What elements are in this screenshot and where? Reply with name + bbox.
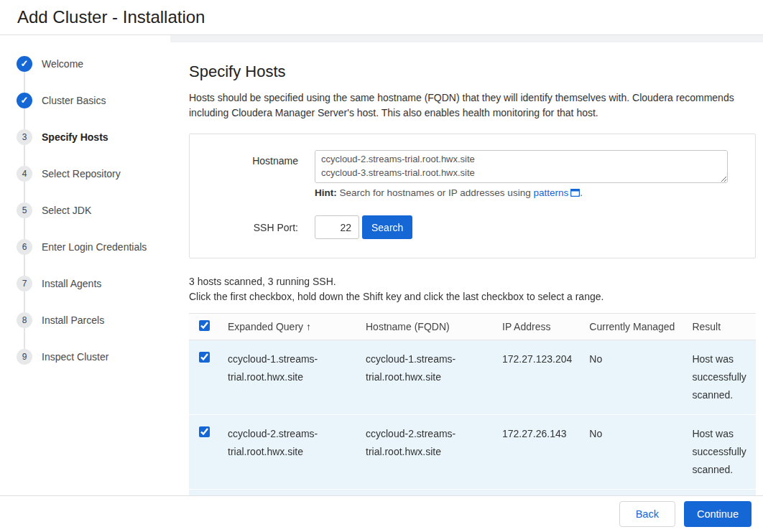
column-result[interactable]: Result: [683, 314, 756, 340]
step-specify-hosts[interactable]: 3 Specify Hosts: [0, 118, 170, 155]
hosts-table: Expanded Query↑ Hostname (FQDN) IP Addre…: [189, 313, 756, 495]
cell-expanded-query: ccycloud-2.streams-trial.root.hwx.site: [219, 415, 357, 490]
scan-instruction: Click the first checkbox, hold down the …: [189, 289, 756, 304]
step-label: Welcome: [42, 58, 83, 70]
cell-managed: No: [581, 340, 683, 415]
cell-hostname: ccycloud-2.streams-trial.root.hwx.site: [357, 415, 494, 490]
step-label: Install Agents: [42, 278, 101, 289]
column-currently-managed[interactable]: Currently Managed: [581, 314, 683, 340]
step-cluster-basics[interactable]: ✓ Cluster Basics: [0, 82, 170, 118]
check-icon: ✓: [17, 93, 32, 108]
cell-ip: 172.27.92.198: [494, 490, 581, 496]
step-label: Enter Login Credentials: [42, 241, 147, 253]
step-label: Select JDK: [42, 205, 91, 216]
step-inspect-cluster[interactable]: 9 Inspect Cluster: [0, 338, 170, 375]
hint-suffix: .: [580, 187, 583, 198]
select-all-checkbox[interactable]: [199, 320, 210, 331]
step-select-repository[interactable]: 4 Select Repository: [0, 155, 170, 192]
column-expanded-query[interactable]: Expanded Query↑: [219, 314, 357, 340]
specify-hosts-panel: Hostname ccycloud-1.streams-trial.root.h…: [189, 134, 756, 258]
ssh-port-label: SSH Port:: [190, 222, 315, 233]
sort-ascending-icon: ↑: [306, 321, 311, 332]
cell-hostname: ccycloud-1.streams-trial.root.hwx.site: [357, 340, 494, 415]
hint-text: Search for hostnames or IP addresses usi…: [337, 187, 534, 198]
table-row: ccycloud-3.streams-trial.root.hwx.site c…: [189, 490, 756, 496]
hostname-input[interactable]: ccycloud-1.streams-trial.root.hwx.site c…: [315, 150, 728, 183]
continue-button[interactable]: Continue: [684, 501, 752, 527]
step-select-jdk[interactable]: 5 Select JDK: [0, 192, 170, 228]
cell-result: Host was successfully scanned.: [683, 340, 756, 415]
cell-result: Host was successfully scanned.: [683, 490, 756, 496]
step-number: 9: [17, 349, 32, 365]
content-pane: Specify Hosts Hosts should be specified …: [170, 35, 763, 495]
cell-ip: 172.27.123.204: [494, 340, 581, 415]
patterns-link[interactable]: patterns: [533, 187, 568, 198]
wizard-footer: Back Continue: [0, 495, 763, 532]
step-install-parcels[interactable]: 8 Install Parcels: [0, 302, 170, 338]
wizard-stepper: ✓ Welcome ✓ Cluster Basics 3 Specify Hos…: [0, 35, 170, 495]
column-hostname[interactable]: Hostname (FQDN): [357, 314, 494, 340]
cell-expanded-query: ccycloud-1.streams-trial.root.hwx.site: [219, 340, 357, 415]
step-number: 6: [17, 239, 32, 255]
cell-expanded-query: ccycloud-3.streams-trial.root.hwx.site: [219, 490, 357, 496]
scan-summary: 3 hosts scanned, 3 running SSH.: [189, 274, 756, 289]
step-number: 4: [17, 166, 32, 182]
table-row: ccycloud-2.streams-trial.root.hwx.site c…: [189, 415, 756, 490]
step-label: Install Parcels: [42, 314, 104, 326]
page-title: Specify Hosts: [189, 62, 756, 81]
cell-ip: 172.27.26.143: [494, 415, 581, 490]
step-number: 7: [17, 276, 32, 291]
cell-hostname: ccycloud-3.streams-trial.root.hwx.site: [357, 490, 494, 496]
content-top-strip: [170, 35, 763, 42]
column-ip-address[interactable]: IP Address: [494, 314, 581, 340]
column-label: Expanded Query: [228, 321, 303, 332]
main-layout: ✓ Welcome ✓ Cluster Basics 3 Specify Hos…: [0, 35, 763, 495]
step-label: Cluster Basics: [42, 95, 106, 106]
hostname-hint: Hint: Search for hostnames or IP address…: [315, 187, 744, 198]
row-checkbox[interactable]: [199, 426, 210, 437]
step-number: 8: [17, 312, 32, 328]
check-icon: ✓: [17, 56, 32, 72]
page-header-title: Add Cluster - Installation: [17, 7, 205, 27]
app-header: Add Cluster - Installation: [0, 0, 763, 35]
step-label: Select Repository: [42, 168, 121, 179]
new-window-icon: [570, 189, 580, 197]
step-number: 5: [17, 202, 32, 218]
table-row: ccycloud-1.streams-trial.root.hwx.site c…: [189, 340, 756, 415]
step-enter-login-credentials[interactable]: 6 Enter Login Credentials: [0, 228, 170, 265]
step-install-agents[interactable]: 7 Install Agents: [0, 265, 170, 302]
table-header-row: Expanded Query↑ Hostname (FQDN) IP Addre…: [189, 314, 756, 340]
cell-result: Host was successfully scanned.: [683, 415, 756, 490]
cell-managed: No: [581, 415, 683, 490]
back-button[interactable]: Back: [619, 501, 675, 527]
row-checkbox[interactable]: [199, 352, 210, 363]
step-number: 3: [17, 129, 32, 145]
step-label: Specify Hosts: [42, 131, 108, 143]
hint-prefix: Hint:: [315, 187, 337, 198]
page-description: Hosts should be specified using the same…: [189, 90, 756, 121]
ssh-port-input[interactable]: [315, 215, 359, 239]
search-button[interactable]: Search: [362, 215, 412, 239]
cell-managed: No: [581, 490, 683, 496]
step-label: Inspect Cluster: [42, 351, 108, 363]
step-welcome[interactable]: ✓ Welcome: [0, 45, 170, 82]
hostname-label: Hostname: [190, 150, 315, 167]
